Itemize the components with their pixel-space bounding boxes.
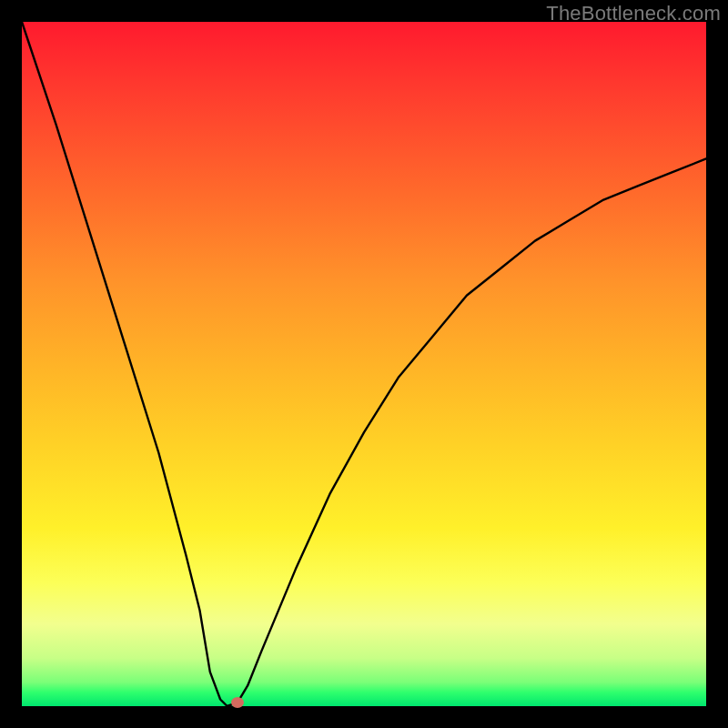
plot-area [22,22,706,706]
bottleneck-curve [22,22,706,706]
curve-svg [22,22,706,706]
minimum-marker [231,697,244,708]
chart-frame: TheBottleneck.com [0,0,728,728]
